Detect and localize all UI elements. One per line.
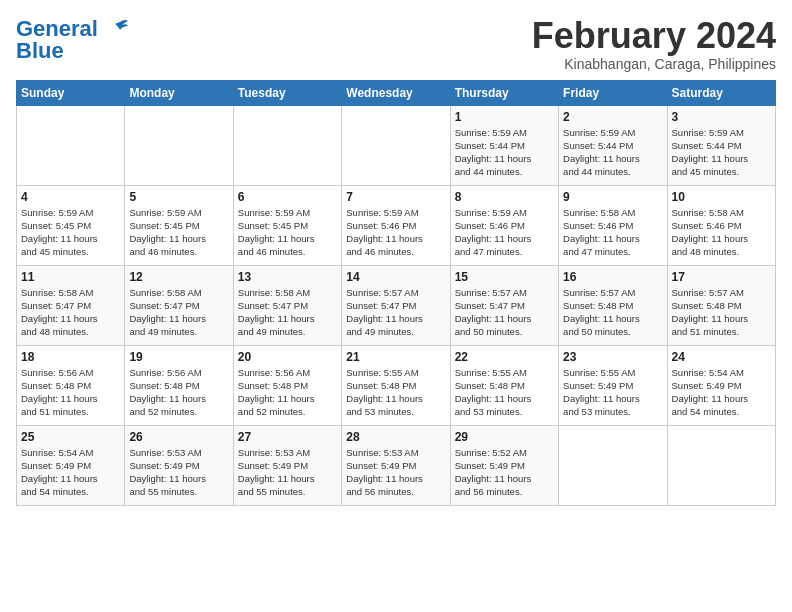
day-number: 22 [455, 350, 554, 364]
day-number: 2 [563, 110, 662, 124]
header-thursday: Thursday [450, 80, 558, 105]
header-friday: Friday [559, 80, 667, 105]
day-number: 5 [129, 190, 228, 204]
week-row-4: 25Sunrise: 5:54 AM Sunset: 5:49 PM Dayli… [17, 425, 776, 505]
day-info: Sunrise: 5:59 AM Sunset: 5:46 PM Dayligh… [455, 206, 554, 259]
day-info: Sunrise: 5:54 AM Sunset: 5:49 PM Dayligh… [21, 446, 120, 499]
day-cell: 3Sunrise: 5:59 AM Sunset: 5:44 PM Daylig… [667, 105, 775, 185]
day-number: 13 [238, 270, 337, 284]
header-saturday: Saturday [667, 80, 775, 105]
day-info: Sunrise: 5:56 AM Sunset: 5:48 PM Dayligh… [238, 366, 337, 419]
day-info: Sunrise: 5:58 AM Sunset: 5:47 PM Dayligh… [238, 286, 337, 339]
calendar-table: SundayMondayTuesdayWednesdayThursdayFrid… [16, 80, 776, 506]
day-number: 28 [346, 430, 445, 444]
day-cell: 5Sunrise: 5:59 AM Sunset: 5:45 PM Daylig… [125, 185, 233, 265]
day-cell: 12Sunrise: 5:58 AM Sunset: 5:47 PM Dayli… [125, 265, 233, 345]
day-cell [17, 105, 125, 185]
header-sunday: Sunday [17, 80, 125, 105]
day-cell: 29Sunrise: 5:52 AM Sunset: 5:49 PM Dayli… [450, 425, 558, 505]
day-info: Sunrise: 5:53 AM Sunset: 5:49 PM Dayligh… [129, 446, 228, 499]
day-number: 25 [21, 430, 120, 444]
day-info: Sunrise: 5:53 AM Sunset: 5:49 PM Dayligh… [346, 446, 445, 499]
day-info: Sunrise: 5:59 AM Sunset: 5:45 PM Dayligh… [238, 206, 337, 259]
day-cell: 9Sunrise: 5:58 AM Sunset: 5:46 PM Daylig… [559, 185, 667, 265]
day-info: Sunrise: 5:57 AM Sunset: 5:47 PM Dayligh… [455, 286, 554, 339]
title-area: February 2024 Kinabhangan, Caraga, Phili… [532, 16, 776, 72]
day-info: Sunrise: 5:58 AM Sunset: 5:47 PM Dayligh… [129, 286, 228, 339]
day-info: Sunrise: 5:59 AM Sunset: 5:45 PM Dayligh… [21, 206, 120, 259]
day-number: 4 [21, 190, 120, 204]
day-number: 18 [21, 350, 120, 364]
day-number: 27 [238, 430, 337, 444]
day-cell: 1Sunrise: 5:59 AM Sunset: 5:44 PM Daylig… [450, 105, 558, 185]
week-row-0: 1Sunrise: 5:59 AM Sunset: 5:44 PM Daylig… [17, 105, 776, 185]
day-info: Sunrise: 5:57 AM Sunset: 5:47 PM Dayligh… [346, 286, 445, 339]
day-info: Sunrise: 5:59 AM Sunset: 5:45 PM Dayligh… [129, 206, 228, 259]
day-number: 7 [346, 190, 445, 204]
calendar-header-row: SundayMondayTuesdayWednesdayThursdayFrid… [17, 80, 776, 105]
day-cell: 7Sunrise: 5:59 AM Sunset: 5:46 PM Daylig… [342, 185, 450, 265]
day-cell: 22Sunrise: 5:55 AM Sunset: 5:48 PM Dayli… [450, 345, 558, 425]
month-title: February 2024 [532, 16, 776, 56]
day-number: 23 [563, 350, 662, 364]
day-number: 3 [672, 110, 771, 124]
day-cell: 10Sunrise: 5:58 AM Sunset: 5:46 PM Dayli… [667, 185, 775, 265]
day-number: 14 [346, 270, 445, 284]
day-info: Sunrise: 5:58 AM Sunset: 5:46 PM Dayligh… [672, 206, 771, 259]
day-number: 16 [563, 270, 662, 284]
day-cell: 15Sunrise: 5:57 AM Sunset: 5:47 PM Dayli… [450, 265, 558, 345]
day-info: Sunrise: 5:52 AM Sunset: 5:49 PM Dayligh… [455, 446, 554, 499]
week-row-2: 11Sunrise: 5:58 AM Sunset: 5:47 PM Dayli… [17, 265, 776, 345]
day-number: 10 [672, 190, 771, 204]
day-number: 9 [563, 190, 662, 204]
day-cell: 11Sunrise: 5:58 AM Sunset: 5:47 PM Dayli… [17, 265, 125, 345]
day-cell: 25Sunrise: 5:54 AM Sunset: 5:49 PM Dayli… [17, 425, 125, 505]
header-monday: Monday [125, 80, 233, 105]
logo-bird-icon [100, 18, 130, 40]
week-row-3: 18Sunrise: 5:56 AM Sunset: 5:48 PM Dayli… [17, 345, 776, 425]
day-info: Sunrise: 5:56 AM Sunset: 5:48 PM Dayligh… [21, 366, 120, 419]
day-info: Sunrise: 5:59 AM Sunset: 5:44 PM Dayligh… [563, 126, 662, 179]
day-number: 8 [455, 190, 554, 204]
header-tuesday: Tuesday [233, 80, 341, 105]
day-cell: 14Sunrise: 5:57 AM Sunset: 5:47 PM Dayli… [342, 265, 450, 345]
day-info: Sunrise: 5:55 AM Sunset: 5:48 PM Dayligh… [346, 366, 445, 419]
day-cell: 2Sunrise: 5:59 AM Sunset: 5:44 PM Daylig… [559, 105, 667, 185]
day-info: Sunrise: 5:58 AM Sunset: 5:47 PM Dayligh… [21, 286, 120, 339]
day-cell: 16Sunrise: 5:57 AM Sunset: 5:48 PM Dayli… [559, 265, 667, 345]
day-cell [559, 425, 667, 505]
day-number: 1 [455, 110, 554, 124]
day-cell: 19Sunrise: 5:56 AM Sunset: 5:48 PM Dayli… [125, 345, 233, 425]
day-cell: 21Sunrise: 5:55 AM Sunset: 5:48 PM Dayli… [342, 345, 450, 425]
day-number: 17 [672, 270, 771, 284]
day-number: 19 [129, 350, 228, 364]
header: General Blue February 2024 Kinabhangan, … [16, 16, 776, 72]
day-cell: 26Sunrise: 5:53 AM Sunset: 5:49 PM Dayli… [125, 425, 233, 505]
day-info: Sunrise: 5:57 AM Sunset: 5:48 PM Dayligh… [672, 286, 771, 339]
day-info: Sunrise: 5:59 AM Sunset: 5:44 PM Dayligh… [672, 126, 771, 179]
subtitle: Kinabhangan, Caraga, Philippines [532, 56, 776, 72]
day-info: Sunrise: 5:53 AM Sunset: 5:49 PM Dayligh… [238, 446, 337, 499]
day-cell: 13Sunrise: 5:58 AM Sunset: 5:47 PM Dayli… [233, 265, 341, 345]
day-number: 29 [455, 430, 554, 444]
day-cell: 17Sunrise: 5:57 AM Sunset: 5:48 PM Dayli… [667, 265, 775, 345]
day-number: 12 [129, 270, 228, 284]
day-info: Sunrise: 5:55 AM Sunset: 5:49 PM Dayligh… [563, 366, 662, 419]
day-number: 21 [346, 350, 445, 364]
day-cell [233, 105, 341, 185]
day-info: Sunrise: 5:54 AM Sunset: 5:49 PM Dayligh… [672, 366, 771, 419]
header-wednesday: Wednesday [342, 80, 450, 105]
day-info: Sunrise: 5:59 AM Sunset: 5:46 PM Dayligh… [346, 206, 445, 259]
day-cell: 6Sunrise: 5:59 AM Sunset: 5:45 PM Daylig… [233, 185, 341, 265]
day-cell: 27Sunrise: 5:53 AM Sunset: 5:49 PM Dayli… [233, 425, 341, 505]
day-cell [125, 105, 233, 185]
day-info: Sunrise: 5:58 AM Sunset: 5:46 PM Dayligh… [563, 206, 662, 259]
day-number: 20 [238, 350, 337, 364]
week-row-1: 4Sunrise: 5:59 AM Sunset: 5:45 PM Daylig… [17, 185, 776, 265]
day-info: Sunrise: 5:56 AM Sunset: 5:48 PM Dayligh… [129, 366, 228, 419]
day-number: 15 [455, 270, 554, 284]
day-number: 26 [129, 430, 228, 444]
day-cell: 23Sunrise: 5:55 AM Sunset: 5:49 PM Dayli… [559, 345, 667, 425]
logo-blue-text: Blue [16, 38, 64, 64]
day-number: 24 [672, 350, 771, 364]
